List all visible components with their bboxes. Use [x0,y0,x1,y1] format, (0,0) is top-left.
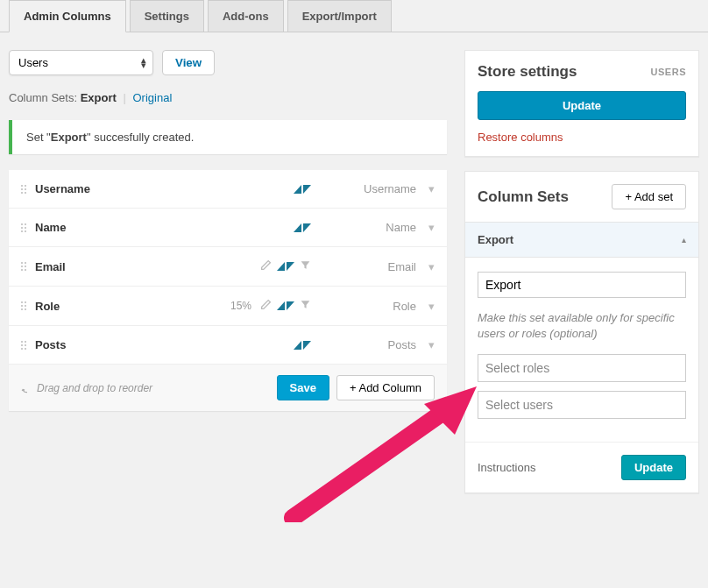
column-row[interactable]: PostsPosts▾ [9,326,447,365]
sort-icon[interactable] [294,223,311,232]
column-name: Email [35,260,260,273]
column-controls [294,223,311,232]
column-type: Email [337,260,416,273]
svg-marker-5 [287,262,294,271]
column-row[interactable]: NameName▾ [9,209,447,247]
filter-icon[interactable] [300,299,311,313]
sort-icon[interactable] [294,185,311,194]
set-update-button[interactable]: Update [621,455,686,480]
column-name: Posts [35,338,294,351]
svg-marker-1 [303,185,311,194]
drag-handle-icon[interactable] [21,341,26,350]
breadcrumb-label: Column Sets: [9,91,77,104]
column-list-footer: Drag and drop to reorderSave+ Add Column [9,365,447,411]
column-controls [294,341,311,350]
filter-icon[interactable] [300,259,311,273]
reorder-tip: Drag and drop to reorder [21,382,277,394]
set-hint: Make this set available only for specifi… [478,310,686,342]
sort-icon[interactable] [294,341,311,350]
svg-marker-3 [303,223,311,232]
caret-up-icon: ▴ [682,235,686,244]
store-settings-title: Store settings [478,63,577,81]
success-alert: Set "Export" succesfully created. [9,120,447,154]
svg-marker-9 [303,341,311,350]
column-list: UsernameUsername▾NameName▾EmailEmail▾Rol… [9,170,447,411]
chevron-down-icon[interactable]: ▾ [428,260,435,273]
chevron-down-icon[interactable]: ▾ [428,338,435,351]
tab-admin-columns[interactable]: Admin Columns [9,0,126,32]
select-roles-input[interactable]: Select roles [478,354,686,382]
pencil-icon[interactable] [260,259,272,273]
chevron-down-icon[interactable]: ▾ [428,300,435,313]
svg-marker-2 [294,223,301,232]
select-users-input[interactable]: Select users [478,391,686,419]
column-controls: 15% [230,299,311,313]
chevron-down-icon[interactable]: ▾ [428,221,435,234]
column-sets-title: Column Sets [478,188,569,206]
drag-handle-icon[interactable] [21,301,26,310]
svg-marker-7 [287,301,294,310]
column-sets-panel: Column Sets + Add set Export ▴ Make this… [464,171,699,493]
column-type: Posts [337,338,416,351]
tab-settings[interactable]: Settings [130,0,204,32]
save-button[interactable]: Save [277,375,329,400]
column-name: Username [35,182,294,195]
column-row[interactable]: UsernameUsername▾ [9,170,447,209]
nav-tabs: Admin Columns Settings Add-ons Export/Im… [0,0,708,32]
breadcrumb-current: Export [81,91,117,104]
set-accordion[interactable]: Export ▴ [465,222,698,258]
column-name: Name [35,221,294,234]
column-type: Role [337,300,416,313]
store-settings-tag: USERS [651,67,686,77]
sort-icon[interactable] [277,301,294,310]
svg-marker-4 [277,262,285,271]
chevron-down-icon[interactable]: ▾ [428,182,435,195]
add-set-button[interactable]: + Add set [612,184,686,209]
add-column-button[interactable]: + Add Column [336,375,435,400]
column-type: Username [337,182,416,195]
tab-export-import[interactable]: Export/Import [287,0,392,32]
sort-icon[interactable] [277,262,294,271]
list-type-select[interactable]: Users [9,50,153,75]
instructions-link[interactable]: Instructions [478,461,535,474]
set-name-input[interactable] [478,272,686,298]
column-name: Role [35,300,230,313]
breadcrumb-original[interactable]: Original [132,91,172,104]
store-update-button[interactable]: Update [478,91,686,120]
drag-handle-icon[interactable] [21,185,26,194]
column-type: Name [337,221,416,234]
svg-marker-0 [294,185,301,194]
drag-handle-icon[interactable] [21,262,26,271]
svg-marker-8 [294,341,301,350]
svg-marker-6 [277,301,285,310]
column-controls [260,259,311,273]
tab-addons[interactable]: Add-ons [208,0,284,32]
pencil-icon[interactable] [260,299,272,313]
column-width-pct: 15% [230,300,251,312]
column-controls [294,185,311,194]
set-accordion-title: Export [478,233,513,246]
breadcrumb: Column Sets: Export | Original [9,91,447,104]
store-settings-panel: Store settings USERS Update Restore colu… [464,50,699,157]
column-row[interactable]: EmailEmail▾ [9,247,447,287]
drag-handle-icon[interactable] [21,223,26,232]
restore-columns-link[interactable]: Restore columns [478,131,686,144]
view-button[interactable]: View [162,50,215,75]
topbar: Users ▴▾ View [9,50,447,75]
column-row[interactable]: Role15%Role▾ [9,287,447,326]
